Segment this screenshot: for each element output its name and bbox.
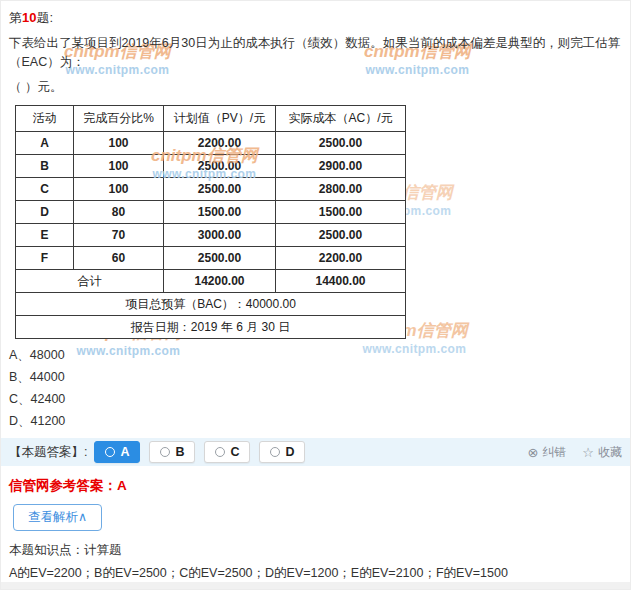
question-header: 第10题: <box>1 1 630 27</box>
report-date: 报告日期：2019 年 6 月 30 日 <box>16 316 406 339</box>
choice-letter: D <box>285 445 294 459</box>
table-cell: B <box>16 155 74 178</box>
answer-bar-actions: ⊗ 纠错 ☆ 收藏 <box>527 444 622 461</box>
question-suffix: 题: <box>36 10 53 25</box>
table-cell: 2500.00 <box>276 224 406 247</box>
table-cell: A <box>16 132 74 155</box>
col-header-percent: 完成百分比% <box>74 106 164 132</box>
cost-table: 活动 完成百分比% 计划值（PV）/元 实际成本（AC）/元 A1002200.… <box>15 105 406 339</box>
question-page: cnitpm信管网 www.cnitpm.com cnitpm信管网 www.c… <box>0 0 631 590</box>
table-row: B1002500.002900.00 <box>16 155 406 178</box>
radio-icon <box>160 447 170 457</box>
star-icon: ☆ <box>582 446 594 459</box>
table-cell: 1500.00 <box>164 201 276 224</box>
bac-value: 项目总预算（BAC）：40000.00 <box>16 293 406 316</box>
question-number: 10 <box>22 10 36 25</box>
choice-button-b[interactable]: B <box>149 441 195 463</box>
table-row: C1002500.002800.00 <box>16 178 406 201</box>
total-ac: 14400.00 <box>276 270 406 293</box>
col-header-pv: 计划值（PV）/元 <box>164 106 276 132</box>
table-cell: 60 <box>74 247 164 270</box>
table-cell: F <box>16 247 74 270</box>
total-row: 合计 14200.00 14400.00 <box>16 270 406 293</box>
choice-button-d[interactable]: D <box>259 441 305 463</box>
table-cell: 100 <box>74 132 164 155</box>
option-a: A、48000 <box>9 344 630 366</box>
table-cell: 2500.00 <box>164 155 276 178</box>
bac-row: 项目总预算（BAC）：40000.00 <box>16 293 406 316</box>
table-cell: 2200.00 <box>276 247 406 270</box>
table-row: D801500.001500.00 <box>16 201 406 224</box>
view-analysis-button[interactable]: 查看解析∧ <box>13 504 102 531</box>
choice-button-c[interactable]: C <box>204 441 250 463</box>
radio-icon <box>105 447 115 457</box>
table-cell: 100 <box>74 155 164 178</box>
report-error-icon: ⊗ <box>527 446 538 459</box>
table-cell: 2900.00 <box>276 155 406 178</box>
reference-answer-value: A <box>117 478 127 493</box>
table-cell: E <box>16 224 74 247</box>
option-b: B、44000 <box>9 366 630 388</box>
question-prefix: 第 <box>9 10 22 25</box>
reference-answer: 信管网参考答案：A <box>9 477 630 495</box>
radio-icon <box>270 447 280 457</box>
table-cell: 2500.00 <box>276 132 406 155</box>
choice-letter: B <box>175 445 184 459</box>
table-cell: 100 <box>74 178 164 201</box>
favorite-label: 收藏 <box>598 444 622 461</box>
table-row: A1002200.002500.00 <box>16 132 406 155</box>
footer-strip <box>1 582 631 589</box>
choice-button-a[interactable]: A <box>94 441 140 463</box>
choice-letter: A <box>120 445 129 459</box>
table-cell: C <box>16 178 74 201</box>
reference-answer-label: 信管网参考答案： <box>9 478 117 493</box>
table-cell: D <box>16 201 74 224</box>
table-cell: 70 <box>74 224 164 247</box>
table-body: A1002200.002500.00B1002500.002900.00C100… <box>16 132 406 270</box>
table-cell: 1500.00 <box>276 201 406 224</box>
table-row: E703000.002500.00 <box>16 224 406 247</box>
answer-bar: 【本题答案】: A B C D ⊗ 纠错 ☆ 收藏 <box>1 438 631 466</box>
table-header-row: 活动 完成百分比% 计划值（PV）/元 实际成本（AC）/元 <box>16 106 406 132</box>
report-error-button[interactable]: ⊗ 纠错 <box>527 444 566 461</box>
table-cell: 2500.00 <box>164 247 276 270</box>
table-row: F602500.002200.00 <box>16 247 406 270</box>
choice-letter: C <box>230 445 239 459</box>
report-error-label: 纠错 <box>542 444 566 461</box>
analysis-line: 本题知识点：计算题 <box>9 539 630 562</box>
cost-table-wrapper: 活动 完成百分比% 计划值（PV）/元 实际成本（AC）/元 A1002200.… <box>15 105 407 339</box>
total-pv: 14200.00 <box>164 270 276 293</box>
col-header-activity: 活动 <box>16 106 74 132</box>
answer-bar-label: 【本题答案】: <box>9 444 87 461</box>
table-cell: 3000.00 <box>164 224 276 247</box>
option-d: D、41200 <box>9 410 630 432</box>
report-date-row: 报告日期：2019 年 6 月 30 日 <box>16 316 406 339</box>
radio-icon <box>215 447 225 457</box>
col-header-ac: 实际成本（AC）/元 <box>276 106 406 132</box>
question-text: 下表给出了某项目到2019年6月30日为止的成本执行（绩效）数据。如果当前的成本… <box>1 27 630 72</box>
total-label: 合计 <box>16 270 164 293</box>
table-cell: 2200.00 <box>164 132 276 155</box>
table-cell: 80 <box>74 201 164 224</box>
favorite-button[interactable]: ☆ 收藏 <box>582 444 622 461</box>
table-cell: 2500.00 <box>164 178 276 201</box>
options-list: A、48000 B、44000 C、42400 D、41200 <box>9 344 630 432</box>
question-text-blank: （ ）元。 <box>1 72 630 96</box>
table-cell: 2800.00 <box>276 178 406 201</box>
option-c: C、42400 <box>9 388 630 410</box>
